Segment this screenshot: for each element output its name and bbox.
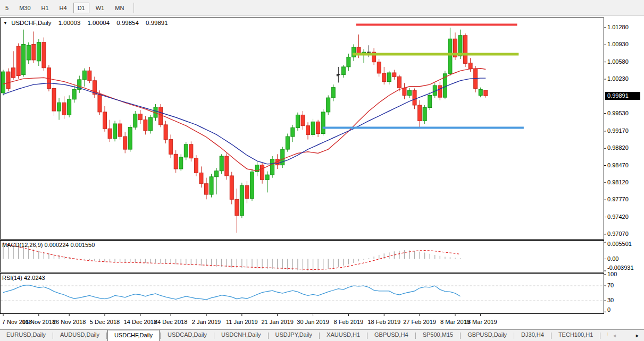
- date-axis-label: 26 Nov 2018: [53, 319, 86, 325]
- price-chart-canvas[interactable]: [0, 0, 644, 341]
- chart-symbol-label: USDCHF,Daily: [11, 20, 51, 26]
- timeframe-button-d1[interactable]: D1: [73, 3, 89, 13]
- ohlc-open: 1.00003: [58, 20, 81, 26]
- tab-separator: [214, 333, 214, 339]
- symbol-dropdown-icon[interactable]: ▼: [3, 21, 7, 25]
- symbol-tab-sp500[interactable]: SP500,M15: [416, 330, 459, 341]
- date-axis-label: 8 Feb 2019: [334, 319, 364, 325]
- price-axis-label: 0.98470: [607, 162, 629, 168]
- date-axis-label: 5 Dec 2018: [90, 319, 120, 325]
- macd-axis-label: 0.005501: [607, 241, 632, 247]
- symbol-tab-gbpusd[interactable]: GBPUSD,Daily: [461, 330, 513, 341]
- price-axis-label: 0.97420: [607, 214, 629, 220]
- tab-separator: [514, 333, 514, 339]
- date-axis-label: 2 Jan 2019: [192, 319, 221, 325]
- tab-separator: [551, 333, 551, 339]
- timeframe-button-h4[interactable]: H4: [55, 3, 71, 13]
- macd-axis-label: 0.00: [607, 255, 618, 262]
- macd-values: 0.000224 0.001550: [44, 242, 95, 248]
- symbol-tab-tech100[interactable]: TECH100,H1: [552, 330, 599, 341]
- price-axis-label: 0.99530: [607, 110, 629, 116]
- tab-scroll-arrows: ◄ ►: [608, 330, 644, 341]
- price-axis-label: 0.99170: [607, 127, 629, 134]
- timeframe-toolbar: 5M30H1H4D1W1MN: [0, 0, 644, 16]
- chart-title: ▼ USDCHF,Daily 1.00003 1.00004 0.99854 0…: [3, 20, 170, 26]
- price-axis-label: 0.97070: [607, 231, 629, 237]
- ohlc-high: 1.00004: [88, 20, 110, 26]
- timeframe-button-5[interactable]: 5: [1, 3, 13, 13]
- symbol-tab-usdcad[interactable]: USDCAD,Daily: [161, 330, 213, 341]
- ohlc-low: 0.99854: [116, 20, 139, 26]
- timeframe-button-mn[interactable]: MN: [111, 3, 128, 13]
- rsi-axis-label: 30: [607, 297, 614, 303]
- price-axis-label: 0.97770: [607, 196, 629, 202]
- price-axis-label: 0.98120: [607, 179, 629, 185]
- tab-separator: [160, 333, 161, 339]
- macd-name: MACD(12,26,9): [2, 242, 43, 248]
- tab-separator: [415, 333, 416, 339]
- tab-separator: [268, 333, 269, 339]
- tab-separator: [460, 333, 461, 339]
- scroll-right-icon[interactable]: ►: [635, 333, 640, 338]
- date-axis-label: 11 Jan 2019: [226, 319, 258, 325]
- symbol-tab-usdchf[interactable]: USDCHF,Daily: [107, 330, 160, 341]
- rsi-axis-label: 100: [607, 271, 617, 277]
- price-axis-label: 1.00580: [607, 58, 629, 65]
- price-axis-label: 1.00930: [607, 41, 629, 47]
- date-axis-label: 16 Nov 2018: [22, 319, 55, 325]
- symbol-tab-xauusd[interactable]: XAUUSD,H1: [320, 330, 366, 341]
- macd-axis-label: -0.003931: [607, 265, 634, 271]
- date-axis-label: 14 Dec 2018: [124, 319, 157, 325]
- tab-separator: [600, 333, 600, 339]
- rsi-indicator-label: RSI(14) 42.0243: [2, 275, 45, 281]
- timeframe-button-m30[interactable]: M30: [15, 3, 35, 13]
- date-axis-label: 18 Mar 2019: [464, 319, 497, 325]
- price-axis-label: 0.98820: [607, 144, 629, 151]
- date-axis-label: 18 Feb 2019: [367, 319, 400, 325]
- toolbar-separator: [133, 3, 134, 13]
- mt4-window: 5M30H1H4D1W1MN ▼ USDCHF,Daily 1.00003 1.…: [0, 0, 644, 341]
- date-axis-label: 24 Dec 2018: [154, 319, 187, 325]
- symbol-tab-usdcnh[interactable]: USDCNH,Daily: [215, 330, 267, 341]
- symbol-tab-gbpusd[interactable]: GBPUSD,H4: [368, 330, 415, 341]
- date-axis-label: 30 Jan 2019: [297, 319, 329, 325]
- macd-indicator-label: MACD(12,26,9) 0.000224 0.001550: [2, 242, 95, 248]
- rsi-axis-label: 0: [607, 306, 610, 313]
- tab-separator: [367, 333, 367, 339]
- scroll-left-icon[interactable]: ◄: [612, 333, 617, 338]
- price-axis-label: 1.01280: [607, 24, 629, 30]
- rsi-name: RSI(14): [2, 275, 22, 281]
- ohlc-close: 0.99891: [146, 20, 168, 26]
- date-axis-label: 21 Jan 2019: [261, 319, 294, 325]
- symbol-tab-audusd[interactable]: AUDUSD,Daily: [54, 330, 106, 341]
- price-axis-label: 1.00230: [607, 75, 629, 82]
- symbol-tab-eurusd[interactable]: EURUSD,Daily: [0, 330, 52, 341]
- rsi-value: 42.0243: [24, 275, 45, 281]
- symbol-tabbar: EURUSD,DailyAUDUSD,DailyUSDCHF,DailyUSDC…: [0, 329, 644, 341]
- current-price-badge: 0.99891: [605, 92, 640, 100]
- date-axis-label: 27 Feb 2019: [403, 319, 436, 325]
- symbol-tab-usdjpy[interactable]: USDJPY,Daily: [269, 330, 319, 341]
- tab-separator: [319, 333, 320, 339]
- tab-separator: [106, 333, 107, 339]
- tab-separator: [53, 333, 53, 339]
- timeframe-button-h1[interactable]: H1: [37, 3, 53, 13]
- symbol-tab-dj30[interactable]: DJ30,H4: [515, 330, 550, 341]
- rsi-axis-label: 70: [607, 282, 614, 288]
- timeframe-button-w1[interactable]: W1: [91, 3, 109, 13]
